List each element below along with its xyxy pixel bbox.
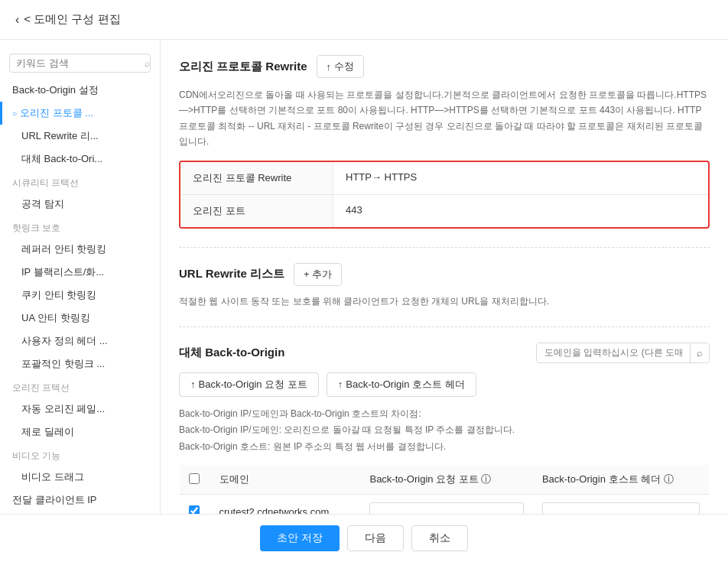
search-input[interactable] (16, 57, 145, 69)
domain-search-input[interactable] (537, 343, 690, 362)
sidebar-item-url-rewrite[interactable]: URL Rewrite 리... (0, 125, 160, 148)
port-input[interactable] (369, 502, 523, 514)
sidebar-item-comprehensive-hotlink[interactable]: 포괄적인 핫링크 ... (0, 352, 160, 375)
select-all-checkbox[interactable] (189, 473, 200, 484)
edit-label: 수정 (334, 60, 354, 73)
th-port: Back-to-Origin 요청 포트 ⓘ (360, 465, 532, 495)
sidebar-item-video-drag[interactable]: 비디오 드래그 (0, 466, 160, 489)
sidebar-item-auto-origin-fail[interactable]: 자동 오리진 페일... (0, 398, 160, 421)
origin-protocol-header: 오리진 프로토콜 Rewrite ↑ 수정 (179, 55, 710, 78)
td-port (360, 495, 532, 514)
btn-group: ↑ Back-to-Origin 요청 포트 ↑ Back-to-Origin … (179, 372, 710, 397)
add-url-rewrite-label: + 추가 (304, 268, 332, 281)
sidebar-item-attack-detect[interactable]: 공격 탐지 (0, 193, 160, 216)
origin-desc-line3: Back-to-Origin 호스트: 원본 IP 주소의 특정 웹 서버를 결… (179, 439, 710, 456)
sidebar-item-ip-blacklist[interactable]: IP 블랙리스트/화... (0, 261, 160, 284)
th-checkbox (180, 465, 210, 495)
sidebar-item-origin-protocol-label: 오리진 프토콜 ... (20, 106, 93, 120)
url-rewrite-header: URL Rewrite 리스트 + 추가 (179, 263, 710, 286)
host-input[interactable] (542, 502, 700, 514)
btn-port-label: Back-to-Origin 요청 포트 (199, 378, 307, 391)
sidebar-item-forward-client-ip[interactable]: 전달 클라이언트 IP (0, 489, 160, 512)
domain-search-icon: ⌕ (697, 347, 703, 359)
btn-host-icon: ↑ (338, 378, 343, 390)
btn-port[interactable]: ↑ Back-to-Origin 요청 포트 (179, 372, 319, 397)
divider-2 (179, 326, 710, 327)
td-host (533, 495, 710, 514)
sidebar-section-video: 비디오 기능 (0, 443, 160, 466)
origin-protocol-table: 오리진 프토콜 Rewrite HTTP→ HTTPS 오리진 포트 443 (179, 161, 710, 229)
sidebar-item-referer-anti[interactable]: 레퍼러 안티 핫링킹 (0, 238, 160, 261)
back-to-origin-title: 대체 Back-to-Origin (179, 346, 284, 360)
th-host: Back-to-Origin 호스트 헤더 ⓘ (533, 465, 710, 495)
sidebar-item-cookie-anti[interactable]: 쿠키 안티 핫링킹 (0, 284, 160, 307)
sidebar-item-back-to-origin-setting[interactable]: Back-to-Origin 설정 (0, 79, 160, 102)
table-row: crutest2.cdnetworks.com (180, 495, 710, 514)
origin-desc: Back-to-Origin IP/도메인과 Back-to-Origin 호스… (179, 406, 710, 456)
back-button[interactable]: ‹ < 도메인 구성 편집 (15, 12, 713, 27)
btn-host-label: Back-to-Origin 호스트 헤더 (346, 378, 464, 391)
edit-icon: ↑ (327, 61, 332, 73)
origin-desc-line1: Back-to-Origin IP/도메인과 Back-to-Origin 호스… (179, 406, 710, 423)
search-box: ⌕ (0, 47, 160, 79)
sidebar-item-alt-back-to-origin[interactable]: 대체 Back-to-Ori... (0, 148, 160, 171)
back-to-origin-header: 대체 Back-to-Origin ⌕ (179, 343, 710, 363)
cancel-button[interactable]: 취소 (411, 525, 468, 551)
origin-protocol-desc: CDN에서오리진으로 돌아올 때 사용되는 프로토콜을 설정합니다.기본적으로 … (179, 87, 710, 150)
url-rewrite-section: URL Rewrite 리스트 + 추가 적절한 웹 사이트 동작 또는 보호를… (179, 263, 710, 308)
td-checkbox (180, 495, 210, 514)
page-footer: 초안 저장 다음 취소 (0, 514, 728, 562)
search-icon[interactable]: ⌕ (145, 58, 150, 69)
sidebar-item-user-header[interactable]: 사용자 정의 헤더 ... (0, 330, 160, 352)
back-to-origin-section: 대체 Back-to-Origin ⌕ ↑ Back-to-Origin 요청 … (179, 343, 710, 514)
table-header-row: 도메인 Back-to-Origin 요청 포트 ⓘ Back-to-Origi… (180, 465, 710, 495)
sidebar-item-origin-protocol[interactable]: ○ 오리진 프토콜 ... (0, 102, 160, 125)
edit-button[interactable]: ↑ 수정 (317, 55, 365, 78)
next-button[interactable]: 다음 (347, 525, 404, 551)
save-button[interactable]: 초안 저장 (260, 525, 340, 551)
port-value: 443 (333, 195, 708, 227)
page-title: < 도메인 구성 편집 (24, 12, 120, 27)
info-row-port: 오리진 포트 443 (180, 195, 708, 227)
origin-protocol-section: 오리진 프로토콜 Rewrite ↑ 수정 CDN에서오리진으로 돌아올 때 사… (179, 55, 710, 229)
sidebar-item-zero-delay[interactable]: 제로 딜레이 (0, 421, 160, 443)
back-to-origin-table: 도메인 Back-to-Origin 요청 포트 ⓘ Back-to-Origi… (179, 464, 710, 514)
divider-1 (179, 247, 710, 248)
sidebar-section-hotlink: 핫링크 보호 (0, 216, 160, 238)
back-arrow-icon: ‹ (15, 13, 19, 27)
url-rewrite-title: URL Rewrite 리스트 (179, 267, 284, 281)
protocol-label: 오리진 프토콜 Rewrite (180, 162, 333, 194)
info-row-protocol: 오리진 프토콜 Rewrite HTTP→ HTTPS (180, 162, 708, 195)
row-checkbox[interactable] (189, 505, 200, 514)
origin-protocol-title: 오리진 프로토콜 Rewrite (179, 60, 307, 74)
add-url-rewrite-button[interactable]: + 추가 (294, 263, 342, 286)
url-rewrite-desc: 적절한 웹 사이트 동작 또는 보호를 위해 클라이언트가 요청한 개체의 UR… (179, 295, 710, 308)
search-input-wrap[interactable]: ⌕ (9, 54, 151, 73)
content-area: 오리진 프로토콜 Rewrite ↑ 수정 CDN에서오리진으로 돌아올 때 사… (161, 40, 728, 514)
origin-desc-line2: Back-to-Origin IP/도메인: 오리진으로 돌아갈 때 요청될 특… (179, 422, 710, 439)
th-domain: 도메인 (210, 465, 361, 495)
sidebar-section-origin-protection: 오리진 프텍선 (0, 375, 160, 398)
domain-search-button[interactable]: ⌕ (690, 343, 709, 362)
protocol-value: HTTP→ HTTPS (333, 162, 708, 194)
sidebar-item-ua-anti[interactable]: UA 안티 핫링킹 (0, 307, 160, 330)
td-domain: crutest2.cdnetworks.com (210, 495, 361, 514)
circle-icon: ○ (12, 109, 17, 118)
port-label: 오리진 포트 (180, 195, 333, 227)
sidebar-section-security: 시큐리티 프텍선 (0, 171, 160, 193)
page-header: ‹ < 도메인 구성 편집 (0, 0, 728, 40)
domain-search[interactable]: ⌕ (536, 343, 710, 363)
sidebar: ⌕ Back-to-Origin 설정 ○ 오리진 프토콜 ... URL Re… (0, 40, 161, 514)
btn-host[interactable]: ↑ Back-to-Origin 호스트 헤더 (327, 372, 476, 397)
btn-port-icon: ↑ (190, 378, 196, 390)
